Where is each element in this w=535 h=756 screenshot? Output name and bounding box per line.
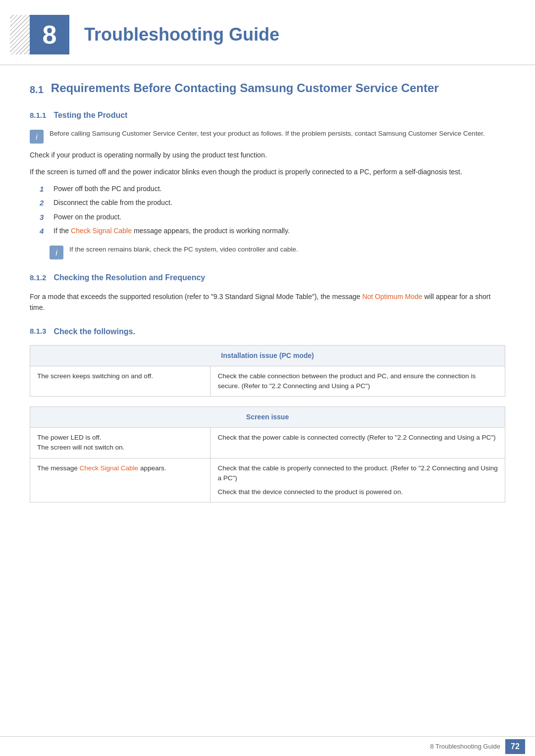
check-signal-cable-link-2: Check Signal Cable [80,464,139,472]
note-text-2: If the screen remains blank, check the P… [69,245,298,254]
page-header: 8 Troubleshooting Guide [0,0,535,65]
step-4: 4 If the Check Signal Cable message appe… [40,226,505,237]
installation-table-header-row: Installation issue (PC mode) [30,345,505,366]
section-8-1-header: 8.1 Requirements Before Contacting Samsu… [30,80,505,97]
step-1-num: 1 [40,184,48,195]
chapter-title: Troubleshooting Guide [84,21,279,48]
section-8-1-1-number: 8.1.1 [30,110,46,121]
section-8-1-1-title: Testing the Product [54,109,127,121]
screen-solution-2b: Check that the device connected to the p… [217,487,498,497]
para-test-2: If the screen is turned off and the powe… [30,166,505,177]
screen-table-header-row: Screen issue [30,407,505,428]
step-2-num: 2 [40,198,48,209]
step-3-num: 3 [40,212,48,223]
screen-row-1: The power LED is off.The screen will not… [30,428,505,458]
not-optimum-mode-link: Not Optimum Mode [362,293,422,301]
step-1-text: Power off both the PC and product. [54,184,161,194]
footer-text: 8 Troubleshooting Guide [430,742,500,752]
screen-issue-1: The power LED is off.The screen will not… [30,428,211,458]
note-icon-1: i [30,130,44,144]
steps-list: 1 Power off both the PC and product. 2 D… [40,184,505,237]
step-3: 3 Power on the product. [40,212,505,223]
note-icon-2: i [50,246,63,259]
page-number: 72 [505,739,525,754]
screen-row-2: The message Check Signal Cable appears. … [30,458,505,503]
step-1: 1 Power off both the PC and product. [40,184,505,195]
section-8-1-1-header: 8.1.1 Testing the Product [30,109,505,121]
installation-row-1: The screen keeps switching on and off. C… [30,366,505,397]
section-8-1-3-header: 8.1.3 Check the followings. [30,326,505,338]
para-test-1: Check if your product is operating norma… [30,150,505,160]
para-resolution: For a mode that exceeds the supported re… [30,291,505,313]
section-8-1-2-header: 8.1.2 Checking the Resolution and Freque… [30,272,505,284]
section-8-1-number: 8.1 [30,82,44,97]
installation-issue-table: Installation issue (PC mode) The screen … [30,345,505,397]
indented-note-2: i If the screen remains blank, check the… [50,245,505,259]
check-signal-cable-link-1: Check Signal Cable [71,227,132,235]
main-content: 8.1 Requirements Before Contacting Samsu… [0,80,535,542]
section-8-1-3-number: 8.1.3 [30,326,46,337]
para-resolution-before: For a mode that exceeds the supported re… [30,293,362,301]
installation-solution-1: Check the cable connection between the p… [211,366,505,397]
note-box-1: i Before calling Samsung Customer Servic… [30,129,505,144]
section-8-1-2-title: Checking the Resolution and Frequency [54,272,205,284]
screen-table-header: Screen issue [30,407,505,428]
section-8-1-title: Requirements Before Contacting Samsung C… [51,80,439,96]
page-footer: 8 Troubleshooting Guide 72 [0,736,535,756]
screen-solution-2a: Check that the cable is properly connect… [217,463,498,484]
step-4-text: If the Check Signal Cable message appear… [54,226,290,236]
screen-solution-2: Check that the cable is properly connect… [211,458,505,503]
section-8-1-2-number: 8.1.2 [30,272,46,284]
screen-solution-1: Check that the power cable is connected … [211,428,505,458]
screen-issue-table: Screen issue The power LED is off.The sc… [30,406,505,503]
chapter-number-box: 8 [30,15,69,54]
screen-issue-2: The message Check Signal Cable appears. [30,458,211,503]
note-box-2: i If the screen remains blank, check the… [50,245,505,259]
chapter-number: 8 [43,15,57,54]
section-8-1-3-title: Check the followings. [54,326,135,338]
installation-issue-1: The screen keeps switching on and off. [30,366,211,397]
step-2-text: Disconnect the cable from the product. [54,198,172,208]
note-text-1: Before calling Samsung Customer Service … [50,129,485,139]
installation-table-header: Installation issue (PC mode) [30,345,505,366]
svg-text:i: i [55,249,57,257]
step-4-num: 4 [40,226,48,237]
svg-text:i: i [36,133,38,141]
step-2: 2 Disconnect the cable from the product. [40,198,505,209]
step-3-text: Power on the product. [54,212,121,222]
